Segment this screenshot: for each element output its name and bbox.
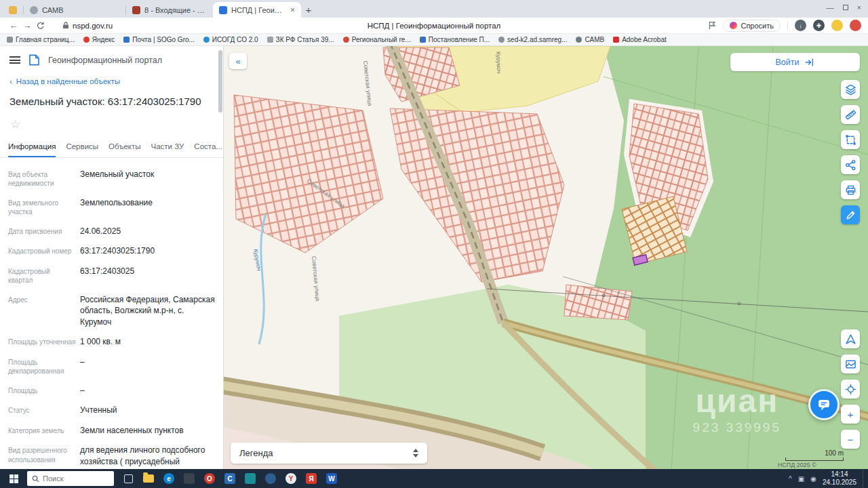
- zoom-out-button[interactable]: −: [841, 430, 860, 449]
- bookmark-item[interactable]: Почта | SOGo Gro...: [123, 36, 195, 43]
- show-desktop-button[interactable]: [863, 469, 865, 488]
- field-row: Кадастровый квартал63:17:2403025: [0, 261, 223, 289]
- layers-button[interactable]: [841, 80, 860, 99]
- bookmark-label: Региональный ге...: [352, 36, 411, 43]
- address-bar-actions: Спросить ↓ ✚: [709, 20, 861, 32]
- extensions-icon[interactable]: ✚: [813, 20, 825, 31]
- reload-icon[interactable]: [34, 20, 47, 30]
- mail-favicon-icon: [132, 6, 140, 14]
- favorite-star-icon[interactable]: ☆: [0, 107, 223, 131]
- legend-label: Легенда: [239, 448, 273, 458]
- pinned-tab-favicon-icon: [9, 6, 17, 14]
- tab-parts[interactable]: Части ЗУ: [151, 142, 184, 157]
- new-tab-button[interactable]: +: [301, 2, 316, 17]
- field-value: Земельный участок: [76, 169, 154, 188]
- tray-volume-icon[interactable]: ◉: [810, 475, 816, 483]
- my-location-button[interactable]: [841, 329, 860, 348]
- back-to-results-link[interactable]: ‹ Назад в найденные объекты: [0, 70, 223, 87]
- app-icon-1[interactable]: [179, 469, 199, 488]
- app-icon-2[interactable]: O: [199, 469, 220, 488]
- yandex-icon: [83, 37, 90, 43]
- tab-nspd-active[interactable]: НСПД | Геоинформац... ×: [213, 2, 301, 18]
- search-input[interactable]: [43, 474, 97, 483]
- maximize-icon[interactable]: [843, 5, 848, 10]
- zoom-in-button[interactable]: +: [841, 405, 860, 424]
- task-view-icon[interactable]: [118, 469, 138, 488]
- tab-samv[interactable]: САМВ: [24, 2, 125, 18]
- file-explorer-icon[interactable]: [138, 469, 159, 488]
- bookmark-flag-icon[interactable]: [709, 21, 716, 30]
- tray-expand-icon[interactable]: ^: [789, 475, 792, 483]
- chat-button[interactable]: [808, 389, 840, 420]
- bookmark-item[interactable]: sed-k2.ad.samreg...: [498, 36, 567, 43]
- back-label: Назад в найденные объекты: [16, 77, 120, 85]
- forward-icon[interactable]: →: [20, 20, 34, 30]
- taskbar-search[interactable]: [27, 471, 114, 486]
- protect-icon[interactable]: [831, 20, 843, 31]
- login-button[interactable]: Войти: [730, 53, 860, 71]
- profile-avatar[interactable]: [850, 20, 861, 31]
- login-label: Войти: [776, 58, 800, 67]
- screen: САМВ 8 - Входящие - Яндекс П... НСПД | Г…: [0, 0, 868, 488]
- legend-toggle[interactable]: Легенда: [231, 443, 427, 464]
- bookmark-item[interactable]: ИСОГД СО 2.0: [203, 36, 258, 43]
- bookmark-item[interactable]: Постановление П...: [420, 36, 490, 43]
- tab-objects[interactable]: Объекты: [108, 142, 140, 157]
- tab-label: НСПД | Геоинформац...: [231, 6, 283, 14]
- tab-services[interactable]: Сервисы: [66, 142, 98, 157]
- tab-close-icon[interactable]: ×: [288, 5, 295, 15]
- start-button[interactable]: [0, 469, 27, 488]
- minimap-button[interactable]: [841, 354, 860, 373]
- share-button[interactable]: [841, 155, 860, 174]
- follow-position-button[interactable]: [841, 380, 860, 399]
- word-icon[interactable]: W: [321, 469, 342, 488]
- field-row: Категория земельЗемли населенных пунктов: [0, 420, 223, 441]
- pinned-tab[interactable]: [3, 2, 23, 18]
- address-bar: ← → nspd.gov.ru НСПД | Геоинформационный…: [0, 18, 868, 34]
- draw-button[interactable]: [841, 205, 860, 224]
- taskbar-clock[interactable]: 14:14 24.10.2025: [823, 470, 856, 487]
- scrollbar-thumb[interactable]: [218, 50, 222, 113]
- windows-logo-icon: [9, 474, 18, 483]
- menu-burger-icon[interactable]: [9, 56, 20, 64]
- map-copyright: НСПД 2025 ©: [778, 462, 816, 468]
- bookmark-item[interactable]: САМВ: [576, 36, 604, 43]
- collapse-panel-button[interactable]: «: [229, 53, 247, 69]
- street-label: Курумоч: [495, 52, 502, 74]
- bookmark-item[interactable]: Главная страниц...: [7, 36, 75, 43]
- tray-network-icon[interactable]: ▣: [798, 475, 804, 483]
- field-label: Площадь уточненная: [8, 336, 76, 348]
- panel-scrollbar[interactable]: [218, 50, 222, 464]
- minimize-icon[interactable]: —: [827, 3, 834, 12]
- bookmark-label: Яндекс: [92, 36, 115, 43]
- tab-information[interactable]: Информация: [8, 142, 56, 157]
- doc-icon: [267, 37, 273, 43]
- url-chip[interactable]: nspd.gov.ru: [62, 22, 113, 30]
- gis-globe-icon[interactable]: [260, 469, 281, 488]
- close-icon[interactable]: ×: [857, 3, 861, 12]
- yandex-browser-icon[interactable]: Y: [281, 469, 301, 488]
- download-icon[interactable]: ↓: [795, 20, 806, 31]
- print-button[interactable]: [841, 180, 860, 199]
- map-canvas[interactable]: Советская улица Советская улица Советска…: [224, 46, 868, 469]
- app-icon-3[interactable]: С: [220, 469, 240, 488]
- scale-bar: 100 m: [785, 449, 844, 461]
- bookmark-item[interactable]: ЗК РФ Статья 39...: [267, 36, 334, 43]
- ask-alice-button[interactable]: Спросить: [723, 20, 781, 32]
- field-value: Земли населенных пунктов: [76, 425, 184, 436]
- isogd-icon: [203, 37, 210, 43]
- app-icon-4[interactable]: [240, 469, 260, 488]
- bookmark-item[interactable]: Яндекс: [83, 36, 115, 43]
- field-row: АдресРоссийская Федерация, Самарская обл…: [0, 289, 223, 332]
- login-arrow-icon: [804, 58, 814, 67]
- measure-button[interactable]: [841, 105, 860, 124]
- edge-icon[interactable]: e: [159, 469, 179, 488]
- select-area-button[interactable]: [841, 130, 860, 149]
- bookmark-item[interactable]: Региональный ге...: [343, 36, 411, 43]
- yandex-icon[interactable]: Я: [301, 469, 321, 488]
- bookmark-item[interactable]: Adobe Acrobat: [613, 36, 667, 43]
- field-label: Площадь: [8, 385, 76, 396]
- back-icon[interactable]: ←: [7, 20, 20, 30]
- field-value: Российская Федерация, Самарская область,…: [76, 294, 216, 328]
- tab-mail[interactable]: 8 - Входящие - Яндекс П...: [126, 2, 213, 18]
